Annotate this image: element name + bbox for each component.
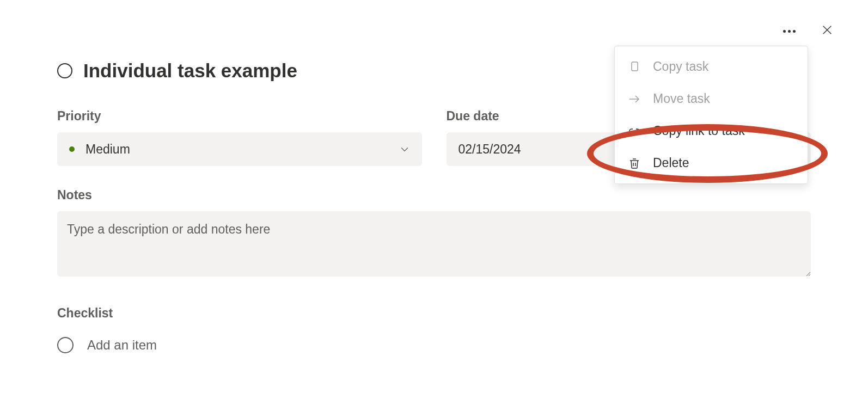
svg-rect-2 xyxy=(632,62,638,71)
close-icon xyxy=(821,24,833,36)
menu-item-label: Move task xyxy=(653,91,710,106)
context-menu: Copy task Move task Copy link to task xyxy=(614,46,808,184)
checklist-label: Checklist xyxy=(57,306,811,321)
link-icon xyxy=(628,125,641,138)
arrow-right-icon xyxy=(628,93,641,106)
priority-label: Priority xyxy=(57,109,422,124)
trash-icon xyxy=(628,157,641,170)
menu-item-move-task: Move task xyxy=(615,83,808,115)
menu-item-label: Copy link to task xyxy=(653,124,745,138)
menu-item-delete[interactable]: Delete xyxy=(615,147,808,179)
checklist-circle-icon xyxy=(57,337,74,353)
more-options-button[interactable] xyxy=(779,26,800,37)
checklist-add-text: Add an item xyxy=(87,338,157,353)
task-title[interactable]: Individual task example xyxy=(83,60,297,82)
task-complete-checkbox[interactable] xyxy=(57,63,72,78)
due-date-value: 02/15/2024 xyxy=(459,142,521,157)
dot-icon xyxy=(788,30,791,33)
checklist-add-item[interactable]: Add an item xyxy=(57,337,811,353)
dot-icon xyxy=(793,30,796,33)
priority-value: Medium xyxy=(85,142,130,157)
notes-label: Notes xyxy=(57,188,811,203)
chevron-down-icon xyxy=(399,144,410,155)
menu-item-label: Delete xyxy=(653,156,689,170)
priority-dropdown[interactable]: Medium xyxy=(57,132,422,166)
menu-item-copy-task: Copy task xyxy=(615,51,808,83)
notes-textarea[interactable] xyxy=(57,211,811,277)
close-button[interactable] xyxy=(819,22,835,40)
copy-icon xyxy=(628,60,641,73)
menu-item-copy-link[interactable]: Copy link to task xyxy=(615,115,808,147)
menu-item-label: Copy task xyxy=(653,59,708,74)
priority-indicator-icon xyxy=(69,146,75,152)
dot-icon xyxy=(783,30,786,33)
